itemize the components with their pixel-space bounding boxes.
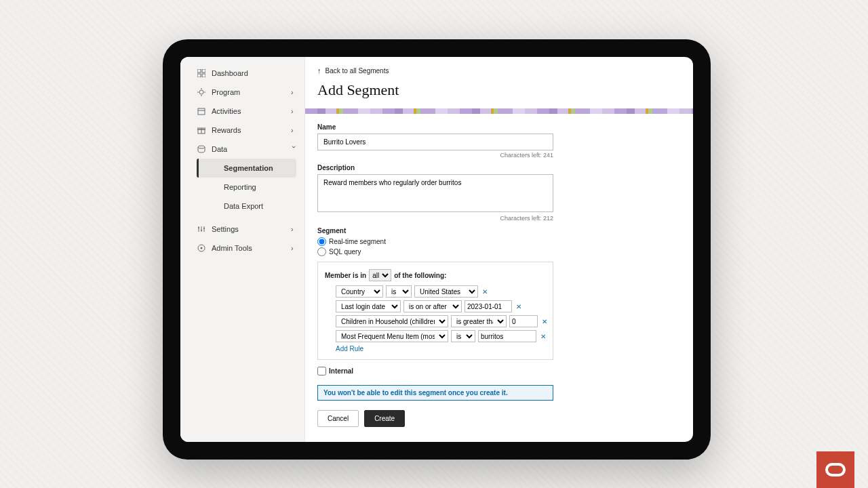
radio-sql-input[interactable] (317, 247, 326, 256)
rule-line-1: Country is United States ✕ (336, 285, 546, 298)
form-actions: Cancel Create (317, 410, 553, 427)
rule-field-select[interactable]: Last login date (336, 300, 401, 312)
rule-line-2: Last login date is on or after ✕ (336, 300, 546, 312)
rules-suffix: of the following: (394, 272, 446, 279)
activities-icon (197, 106, 206, 116)
decorative-stripe (305, 108, 693, 114)
sidebar-item-label: Activities (212, 107, 241, 115)
sidebar-subitem-label: Segmentation (224, 164, 273, 172)
sidebar-subitem-segmentation[interactable]: Segmentation (197, 159, 296, 178)
description-input[interactable] (317, 174, 553, 212)
sidebar-subitem-reporting[interactable]: Reporting (197, 178, 296, 197)
svg-rect-1 (202, 69, 205, 73)
cancel-button[interactable]: Cancel (317, 410, 359, 427)
page-title: Add Segment (317, 81, 682, 99)
rule-line-3: Children in Household (chilldren_in_hous… (336, 315, 546, 327)
settings-icon (197, 224, 206, 234)
remove-rule-icon[interactable]: ✕ (481, 288, 489, 296)
create-button[interactable]: Create (364, 410, 405, 427)
chevron-right-icon: › (291, 107, 298, 115)
svg-rect-5 (198, 108, 205, 115)
sidebar-item-data[interactable]: Data › (180, 140, 304, 159)
sidebar-item-label: Dashboard (212, 69, 248, 77)
arrow-up-icon: ↑ (317, 66, 321, 75)
sidebar-item-dashboard[interactable]: Dashboard (180, 64, 304, 83)
sidebar-item-label: Rewards (212, 126, 241, 134)
rule-value-input[interactable] (509, 315, 538, 327)
sidebar-item-label: Data (212, 145, 227, 153)
svg-rect-3 (202, 74, 205, 77)
description-counter: Characters left: 212 (317, 215, 553, 222)
data-icon (197, 144, 206, 154)
radio-sql-label: SQL query (329, 248, 361, 256)
admin-icon (197, 243, 206, 253)
internal-checkbox-row[interactable]: Internal (317, 367, 553, 375)
chevron-down-icon: › (290, 146, 298, 152)
segment-type-label: Segment (317, 227, 553, 235)
sidebar-item-label: Settings (212, 225, 239, 233)
back-link[interactable]: ↑ Back to all Segments (317, 66, 389, 75)
name-input[interactable] (317, 134, 553, 150)
name-label: Name (317, 123, 553, 131)
radio-sql[interactable]: SQL query (317, 247, 553, 256)
rules-card: Member is in all of the following: Count… (317, 262, 553, 360)
sidebar-item-admin-tools[interactable]: Admin Tools › (180, 239, 304, 258)
sidebar-item-label: Admin Tools (212, 244, 252, 252)
rule-operator-select[interactable]: is (451, 330, 475, 342)
back-link-label: Back to all Segments (326, 67, 389, 75)
description-label: Description (317, 164, 553, 171)
radio-realtime-input[interactable] (317, 237, 326, 246)
svg-point-14 (198, 227, 199, 228)
app-screen: Dashboard Program › Activities › Rewards… (180, 57, 693, 442)
svg-point-4 (199, 90, 203, 94)
rewards-icon (197, 125, 206, 135)
chevron-right-icon: › (291, 244, 298, 252)
rule-value-input[interactable] (465, 300, 512, 312)
sidebar-subitem-label: Data Export (224, 202, 263, 210)
rules-prefix: Member is in (325, 272, 366, 279)
rule-operator-select[interactable]: is (386, 285, 412, 298)
radio-realtime[interactable]: Real-time segment (317, 237, 553, 246)
add-rule-link[interactable]: Add Rule (336, 345, 546, 352)
svg-point-15 (201, 230, 202, 231)
remove-rule-icon[interactable]: ✕ (539, 333, 547, 340)
sidebar-subitem-label: Reporting (224, 183, 256, 191)
remove-rule-icon[interactable]: ✕ (540, 318, 549, 325)
rule-field-select[interactable]: Most Frequent Menu Item (most_frequent_m… (336, 330, 448, 342)
segment-form: Name Characters left: 241 Description Ch… (317, 123, 553, 427)
svg-point-18 (201, 247, 203, 249)
rules-header: Member is in all of the following: (325, 269, 546, 281)
program-icon (197, 87, 206, 97)
chevron-right-icon: › (291, 88, 298, 96)
warning-banner: You won't be able to edit this segment o… (317, 385, 553, 401)
rule-value-input[interactable] (478, 330, 536, 342)
rule-operator-select[interactable]: is greater than (451, 315, 507, 327)
main-content: ↑ Back to all Segments Add Segment Name … (305, 57, 693, 442)
rule-field-select[interactable]: Country (336, 285, 383, 298)
svg-point-10 (198, 146, 205, 148)
tablet-frame: Dashboard Program › Activities › Rewards… (163, 39, 711, 460)
rule-value-select[interactable]: United States (414, 285, 478, 298)
oracle-o-icon (825, 463, 846, 476)
svg-point-16 (203, 228, 205, 229)
dashboard-icon (197, 68, 206, 78)
sidebar-item-settings[interactable]: Settings › (180, 220, 304, 239)
sidebar-item-label: Program (212, 88, 240, 96)
oracle-logo-badge (816, 451, 854, 488)
rules-quantifier-select[interactable]: all (369, 269, 391, 281)
chevron-right-icon: › (291, 225, 298, 233)
sidebar-subitem-data-export[interactable]: Data Export (197, 197, 296, 216)
sidebar-item-program[interactable]: Program › (180, 83, 304, 102)
remove-rule-icon[interactable]: ✕ (515, 303, 523, 310)
sidebar-item-activities[interactable]: Activities › (180, 102, 304, 121)
rule-operator-select[interactable]: is on or after (403, 300, 462, 312)
rule-line-4: Most Frequent Menu Item (most_frequent_m… (336, 330, 546, 342)
sidebar: Dashboard Program › Activities › Rewards… (180, 57, 305, 442)
internal-label: Internal (329, 367, 353, 375)
name-counter: Characters left: 241 (317, 152, 553, 159)
chevron-right-icon: › (291, 126, 298, 134)
svg-rect-0 (197, 69, 201, 73)
sidebar-item-rewards[interactable]: Rewards › (180, 121, 304, 140)
rule-field-select[interactable]: Children in Household (chilldren_in_hous… (336, 315, 448, 327)
internal-checkbox[interactable] (317, 367, 326, 375)
